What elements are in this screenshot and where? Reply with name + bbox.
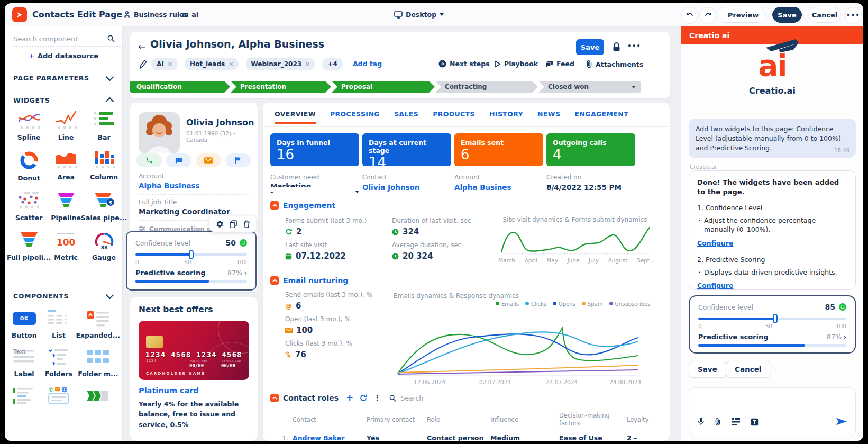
offer-name-link[interactable]: Platinum card (139, 386, 199, 395)
search-input[interactable] (13, 34, 123, 47)
account-link[interactable]: Alpha Business (139, 182, 200, 190)
col-contact[interactable]: Contact (293, 416, 316, 423)
save-button-top[interactable]: Save (772, 7, 802, 23)
business-rules-button[interactable]: Business rules (123, 11, 188, 19)
undo-button[interactable] (681, 7, 698, 24)
attachment-icon[interactable] (715, 418, 721, 426)
chat-button[interactable] (166, 153, 191, 167)
lock-icon[interactable] (613, 42, 620, 52)
tab-processing[interactable]: PROCESSING (330, 110, 380, 124)
confidence-widget-selected[interactable]: Confidence level 50 050100 Predictive sc… (126, 231, 257, 291)
stage-closed-won[interactable]: Closed won (538, 81, 641, 93)
record-more-button[interactable]: ••• (627, 42, 641, 50)
tab-products[interactable]: PRODUCTS (433, 110, 475, 124)
credit-card-image[interactable]: 1234 4568 1234 4568 1234 VALID FROM 00/0… (139, 321, 249, 380)
configure-link-2[interactable]: Configure (697, 282, 733, 289)
widget-line[interactable]: Line (51, 110, 81, 141)
kebab-menu-icon[interactable]: ⋮ (373, 394, 381, 402)
add-row-icon[interactable]: + (346, 393, 353, 403)
send-icon[interactable] (836, 418, 847, 425)
remove-tag-icon[interactable]: ✕ (305, 61, 310, 68)
stage-presentation[interactable]: Presentation (231, 81, 331, 93)
ai-cancel-button[interactable]: Cancel (726, 361, 770, 378)
delete-trash-icon[interactable] (243, 220, 250, 228)
stage-qualification[interactable]: Qualification (130, 81, 230, 93)
collapse-icon[interactable] (270, 276, 279, 285)
redo-button[interactable] (699, 7, 716, 24)
add-tag-button[interactable]: Add tag (353, 60, 382, 68)
component-folder-manager[interactable]: Folder m... (76, 348, 120, 378)
col-loyalty[interactable]: Loyalty (627, 416, 649, 423)
component-list[interactable]: List (41, 309, 76, 339)
stage-proposal[interactable]: Proposal (332, 81, 435, 93)
device-selector[interactable]: Desktop (394, 11, 444, 19)
section-components[interactable]: COMPONENTS (13, 292, 69, 300)
back-button[interactable]: ← (138, 41, 145, 52)
widget-full-pipeline[interactable]: Full pipeli... (7, 230, 51, 261)
roles-search-placeholder[interactable]: Search (400, 394, 423, 402)
widget-pipeline[interactable]: Pipeline (51, 191, 81, 222)
email-button[interactable] (196, 153, 221, 167)
copy-icon[interactable] (230, 220, 237, 228)
settings-gear-icon[interactable] (216, 220, 224, 228)
col-role[interactable]: Role (427, 416, 440, 423)
ai-button[interactable]: aı ai (182, 11, 198, 19)
confidence-widget-preview[interactable]: Confidence level 85 050100 Predictive sc… (689, 295, 856, 354)
confidence-slider[interactable] (135, 253, 247, 256)
more-menu-button[interactable]: ••• (845, 7, 862, 24)
col-decision-factors[interactable]: Decision-making factors (559, 412, 617, 428)
contact-roles-section-header[interactable]: Contact roles + ⋮ Search (270, 393, 423, 403)
playbook-button[interactable]: Playbook (494, 60, 538, 68)
next-steps-button[interactable]: Next steps (438, 60, 490, 68)
widget-spline[interactable]: Spline (7, 110, 51, 141)
component-timeline[interactable] (7, 386, 41, 409)
record-save-button[interactable]: Save (576, 39, 604, 55)
component-button[interactable]: OK Button (7, 309, 41, 339)
tag-pencil-icon[interactable] (139, 60, 147, 69)
section-page-parameters[interactable]: PAGE PARAMETERS (13, 74, 89, 82)
preview-button[interactable]: Preview (717, 7, 766, 23)
section-widgets[interactable]: WIDGETS (13, 96, 50, 104)
widget-bar[interactable]: Bar (81, 110, 127, 141)
component-communication-options[interactable]: ✆ (41, 386, 76, 409)
tag-chip[interactable]: Webinar_2023✕ (246, 58, 316, 70)
component-folders[interactable]: Folders (41, 348, 76, 378)
template-icon[interactable] (732, 418, 740, 425)
component-label[interactable]: Text Label (7, 348, 41, 378)
stage-contracting[interactable]: Contracting (435, 81, 538, 93)
component-stage-progress[interactable] (76, 386, 120, 409)
text-format-icon[interactable] (751, 418, 759, 426)
widget-area[interactable]: Area (51, 150, 81, 182)
contact-cell-link[interactable]: Andrew Baker (293, 434, 345, 441)
component-expanded[interactable]: Expanded... (76, 309, 120, 339)
ai-input-card[interactable] (689, 387, 856, 436)
widget-column[interactable]: Column (81, 150, 127, 182)
col-primary-contact[interactable]: Primary contact (367, 416, 415, 423)
field-customer-need[interactable]: Customer need Marketing management - (270, 174, 359, 196)
widget-donut[interactable]: Donut (7, 150, 51, 182)
engagement-section-header[interactable]: Engagement (270, 201, 335, 210)
collapse-icon[interactable] (270, 201, 279, 210)
cancel-button-top[interactable]: Cancel (808, 7, 841, 23)
collapse-icon[interactable] (270, 394, 279, 402)
ai-save-button[interactable]: Save (689, 361, 726, 378)
contact-link[interactable]: Olivia Johnson (362, 183, 419, 192)
widget-gauge[interactable]: 88 Gauge (81, 230, 127, 261)
confidence-slider[interactable] (698, 318, 846, 320)
email-nurturing-section-header[interactable]: Email nurturing (270, 276, 348, 285)
tag-chip[interactable]: Hot_leads✕ (185, 58, 239, 70)
refresh-icon[interactable] (360, 394, 367, 402)
remove-tag-icon[interactable]: ✕ (229, 61, 233, 68)
creatio-logo[interactable] (12, 7, 27, 22)
tab-sales[interactable]: SALES (394, 110, 418, 124)
flag-button[interactable] (225, 153, 251, 167)
col-influence[interactable]: Influence (490, 416, 518, 423)
attachments-button[interactable]: Attachments (586, 60, 643, 68)
search-icon[interactable] (389, 395, 396, 402)
account-link[interactable]: Alpha Busines (454, 183, 511, 192)
widget-scatter[interactable]: Scatter (7, 191, 51, 222)
add-datasource-button[interactable]: +Add datasource (5, 52, 122, 60)
tab-engagement[interactable]: ENGAGEMENT (574, 110, 628, 124)
widget-sales-pipeline[interactable]: $ Sales pipe... (81, 191, 127, 222)
tab-history[interactable]: HISTORY (489, 110, 523, 124)
